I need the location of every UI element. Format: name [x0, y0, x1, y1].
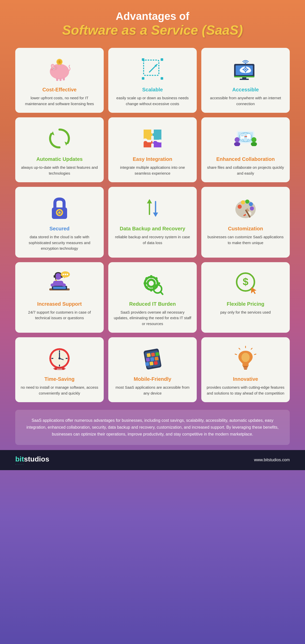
card-title-easy-integration: Easy Integration	[133, 156, 172, 162]
card-desc-innovative: provides customers with cutting-edge fea…	[206, 385, 285, 396]
card-title-time-saving: Time-Saving	[44, 376, 75, 382]
header-title-line1: Advantages of	[5, 10, 300, 22]
support-icon	[44, 269, 75, 297]
svg-marker-73	[153, 213, 158, 217]
svg-rect-35	[242, 69, 244, 70]
svg-rect-136	[154, 361, 158, 365]
card-innovative: Innovative provides customers with cutti…	[201, 337, 290, 402]
card-title-reduced-it-burden: Reduced IT Burden	[129, 301, 176, 307]
piggy-bank-icon: $	[44, 55, 75, 83]
svg-text:$: $	[59, 60, 60, 64]
card-enhanced-collaboration: Enhanced Collaboration share files and c…	[201, 117, 290, 182]
card-desc-time-saving: no need to install or manage software, a…	[20, 385, 99, 396]
svg-rect-144	[243, 367, 248, 368]
card-accessible: Accessible accessible from anywhere with…	[201, 48, 290, 113]
card-desc-scalable: easily scale up or down as business need…	[113, 95, 192, 107]
card-secured: Secured data stored in the cloud is safe…	[15, 187, 104, 258]
svg-point-76	[238, 205, 242, 209]
svg-rect-26	[240, 79, 249, 80]
svg-point-80	[250, 206, 254, 211]
svg-point-146	[241, 353, 250, 362]
puzzle-icon	[137, 124, 168, 152]
svg-rect-85	[54, 275, 56, 278]
clock-icon	[44, 344, 75, 372]
svg-line-139	[251, 348, 252, 349]
footer-summary-text: SaaS applications offer numerous advanta…	[26, 418, 279, 436]
svg-marker-113	[251, 287, 256, 294]
svg-rect-64	[56, 212, 57, 213]
card-desc-enhanced-collaboration: share files and collaborate on projects …	[206, 165, 285, 176]
svg-point-77	[241, 200, 245, 204]
svg-rect-135	[149, 361, 154, 366]
svg-point-125	[53, 367, 66, 370]
svg-rect-19	[142, 77, 144, 80]
collaboration-icon	[230, 124, 261, 152]
card-title-increased-support: Increased Support	[37, 301, 82, 307]
card-title-accessible: Accessible	[232, 87, 259, 93]
svg-point-122	[58, 357, 60, 359]
svg-point-98	[67, 274, 68, 275]
svg-rect-132	[150, 357, 154, 361]
mobile-icon	[137, 344, 168, 372]
brand-name-white: studios	[24, 455, 49, 463]
svg-rect-13	[56, 78, 58, 81]
svg-rect-16	[144, 60, 159, 75]
card-desc-increased-support: 24/7 support for customers in case of te…	[20, 310, 99, 321]
svg-rect-52	[251, 142, 256, 146]
lock-icon	[44, 194, 75, 222]
brand-name-teal: bit	[15, 455, 24, 463]
card-reduced-it-burden: Reduced IT Burden SaaS providers oversee…	[108, 262, 197, 333]
header-title-line2: Software as a Service (SaaS)	[5, 22, 300, 38]
svg-rect-20	[161, 77, 163, 80]
svg-rect-49	[235, 142, 240, 146]
svg-rect-103	[144, 282, 147, 284]
refresh-icon	[44, 124, 75, 152]
svg-rect-36	[247, 69, 249, 70]
svg-rect-117	[59, 365, 60, 367]
svg-point-32	[245, 69, 246, 70]
svg-rect-37	[234, 76, 254, 77]
svg-point-96	[63, 274, 64, 275]
svg-point-47	[235, 137, 240, 142]
svg-rect-55	[241, 136, 244, 136]
card-desc-reduced-it-burden: SaaS providers oversee all necessary upd…	[113, 310, 192, 327]
backup-icon	[137, 194, 168, 222]
card-title-cost-effective: Cost-Effective	[42, 87, 77, 93]
svg-rect-118	[51, 358, 53, 359]
svg-line-141	[239, 348, 240, 349]
svg-rect-34	[245, 71, 246, 73]
card-title-innovative: Innovative	[233, 376, 258, 382]
svg-rect-134	[145, 362, 149, 366]
header-section: Advantages of Software as a Service (Saa…	[0, 0, 305, 45]
svg-rect-15	[63, 77, 65, 80]
svg-rect-33	[245, 66, 246, 68]
card-mobile-friendly: Mobile-Friendly most SaaS applications a…	[108, 337, 197, 402]
dollar-icon: $	[230, 269, 261, 297]
card-desc-flexible-pricing: pay only for the services used	[220, 310, 271, 315]
card-desc-data-backup: reliable backup and recovery system in c…	[113, 234, 192, 246]
card-flexible-pricing: $ Flexible Pricing pay only for the serv…	[201, 262, 290, 333]
card-desc-cost-effective: lower upfront costs, no need for IT main…	[20, 95, 99, 107]
svg-rect-101	[150, 275, 152, 278]
svg-rect-14	[59, 78, 62, 81]
svg-rect-62	[59, 209, 60, 211]
card-desc-accessible: accessible from anywhere with an interne…	[206, 95, 285, 107]
svg-point-6	[54, 68, 54, 69]
svg-rect-18	[161, 58, 163, 61]
svg-rect-102	[150, 288, 152, 291]
footer-summary: SaaS applications offer numerous advanta…	[15, 410, 290, 445]
settings-search-icon	[137, 269, 168, 297]
svg-rect-145	[244, 369, 247, 370]
card-title-secured: Secured	[50, 226, 70, 232]
card-title-mobile-friendly: Mobile-Friendly	[134, 376, 171, 382]
svg-point-61	[58, 211, 61, 214]
svg-rect-130	[155, 352, 159, 356]
bulb-icon	[230, 344, 261, 372]
svg-rect-116	[59, 350, 60, 352]
svg-rect-63	[59, 215, 60, 216]
svg-point-100	[148, 280, 155, 287]
svg-rect-133	[155, 357, 159, 361]
svg-point-79	[249, 202, 253, 206]
svg-rect-128	[147, 353, 151, 357]
card-automatic-updates: Automatic Updates always up-to-date with…	[15, 117, 104, 182]
